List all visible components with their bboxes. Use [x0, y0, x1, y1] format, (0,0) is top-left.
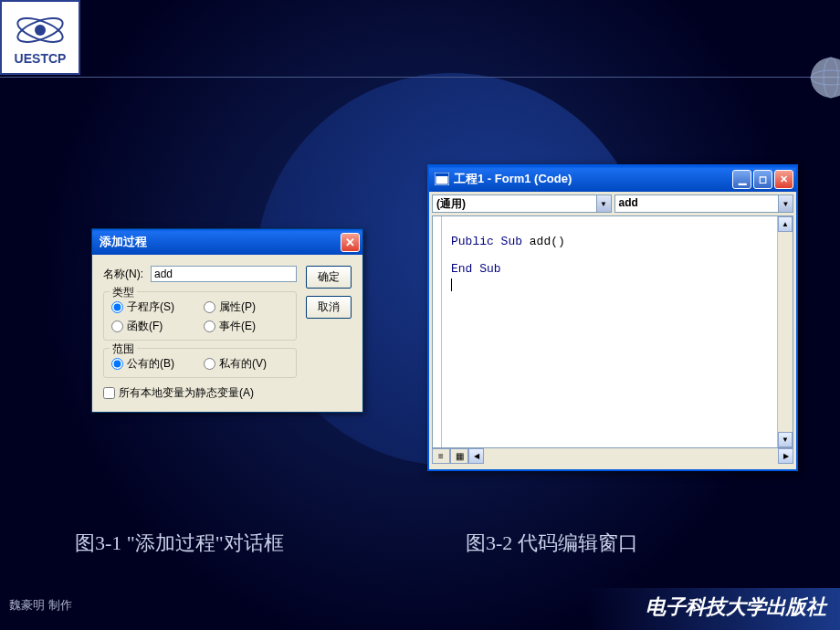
author-credit: 魏豪明 制作	[9, 597, 72, 614]
vb-form-icon	[435, 173, 449, 185]
chevron-down-icon[interactable]: ▼	[596, 195, 611, 212]
radio-function[interactable]: 函数(F)	[111, 319, 196, 334]
scroll-track[interactable]	[778, 232, 793, 432]
logo-text: UESTCP	[15, 51, 67, 66]
code-margin	[433, 216, 442, 447]
vertical-scrollbar[interactable]: ▲ ▼	[777, 216, 793, 447]
scroll-down-icon[interactable]: ▼	[778, 432, 793, 447]
figure-caption-2: 图3-2 代码编辑窗口	[466, 530, 638, 557]
publisher: 电子科技大学出版社	[646, 593, 826, 621]
dropdown-bar: (通用) ▼ add ▼	[429, 192, 796, 215]
globe-icon	[794, 55, 840, 100]
figure-caption-1: 图3-1 "添加过程"对话框	[75, 530, 284, 557]
dialog-title: 添加过程	[100, 234, 147, 250]
cancel-button[interactable]: 取消	[306, 296, 352, 319]
ok-button[interactable]: 确定	[306, 266, 352, 289]
code-titlebar[interactable]: 工程1 - Form1 (Code) ▁ ◻ ✕	[429, 166, 796, 192]
type-group-title: 类型	[110, 285, 137, 300]
close-icon[interactable]: ✕	[774, 170, 793, 189]
minimize-icon[interactable]: ▁	[732, 170, 751, 189]
full-view-icon[interactable]: ▦	[450, 448, 468, 464]
logo-icon	[13, 10, 68, 51]
procedure-view-icon[interactable]: ≡	[432, 448, 450, 464]
radio-property[interactable]: 属性(P)	[204, 299, 289, 315]
scroll-track[interactable]	[484, 448, 778, 467]
radio-event[interactable]: 事件(E)	[204, 319, 289, 334]
code-editor-window: 工程1 - Form1 (Code) ▁ ◻ ✕ (通用) ▼ add ▼ Pu…	[427, 164, 798, 471]
radio-sub[interactable]: 子程序(S)	[111, 299, 196, 315]
add-procedure-dialog: 添加过程 ✕ 名称(N): 类型 子程序(S) 属性(P) 函数(F) 事件(E…	[91, 228, 363, 413]
dialog-titlebar[interactable]: 添加过程 ✕	[92, 229, 362, 255]
text-cursor	[451, 278, 452, 291]
scroll-right-icon[interactable]: ▶	[778, 448, 793, 464]
logo: UESTCP	[0, 0, 80, 75]
svg-point-2	[35, 25, 46, 36]
type-groupbox: 类型 子程序(S) 属性(P) 函数(F) 事件(E)	[103, 291, 297, 341]
scope-groupbox: 范围 公有的(B) 私有的(V)	[103, 348, 297, 378]
scroll-up-icon[interactable]: ▲	[778, 216, 793, 232]
top-bar: UESTCP	[0, 0, 840, 78]
code-content[interactable]: Public Sub add() End Sub	[442, 216, 777, 447]
svg-rect-7	[436, 173, 448, 176]
chevron-down-icon[interactable]: ▼	[778, 195, 793, 212]
name-input[interactable]	[151, 266, 297, 282]
static-checkbox[interactable]: 所有本地变量为静态变量(A)	[103, 385, 297, 401]
close-icon[interactable]: ✕	[341, 233, 360, 252]
code-area[interactable]: Public Sub add() End Sub ▲ ▼	[432, 215, 793, 448]
name-label: 名称(N):	[103, 267, 143, 282]
scope-group-title: 范围	[110, 341, 137, 357]
code-window-title: 工程1 - Form1 (Code)	[454, 171, 572, 187]
procedure-dropdown[interactable]: add ▼	[614, 194, 794, 213]
scroll-left-icon[interactable]: ◀	[468, 448, 484, 464]
radio-public[interactable]: 公有的(B)	[111, 356, 196, 372]
object-dropdown[interactable]: (通用) ▼	[432, 194, 612, 213]
maximize-icon[interactable]: ◻	[753, 170, 772, 189]
radio-private[interactable]: 私有的(V)	[204, 356, 289, 372]
horizontal-scrollbar[interactable]: ◀ ▶	[468, 448, 793, 467]
